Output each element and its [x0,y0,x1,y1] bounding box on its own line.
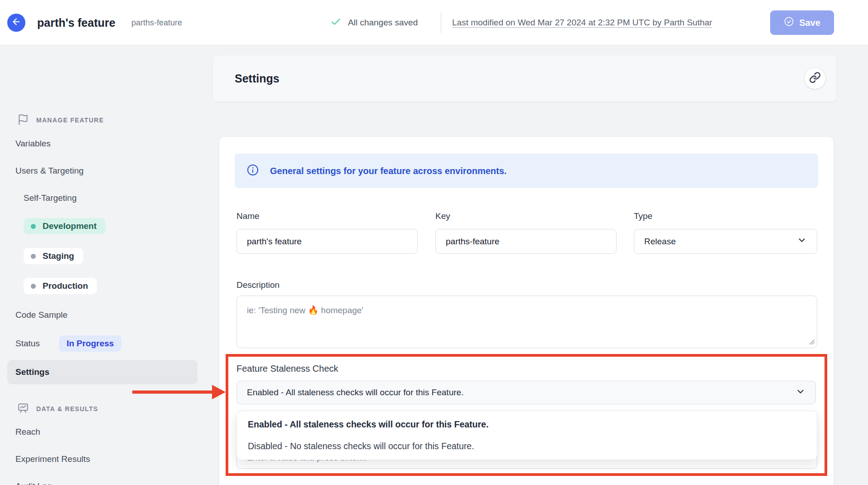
sidebar-env-development[interactable]: Development [24,218,106,234]
env-label: Production [43,281,88,291]
sidebar-status-row: Status In Progress [15,335,121,352]
staleness-select[interactable]: Enabled - All staleness checks will occu… [236,381,816,404]
sidebar-item-users-targeting[interactable]: Users & Targeting [15,165,84,177]
type-select-value: Release [644,237,676,247]
staleness-dropdown-menu: Enabled - All staleness checks will occu… [236,411,817,460]
feature-title: parth's feature [37,0,116,45]
sidebar-item-self-targeting[interactable]: Self-Targeting [24,192,77,204]
save-status-text: All changes saved [348,18,418,28]
type-label: Type [634,211,652,221]
link-icon [809,72,821,85]
info-icon [246,164,259,179]
settings-header-card: Settings [213,55,836,102]
sidebar-item-settings[interactable]: Settings [7,360,198,384]
sidebar-section-label: DATA & RESULTS [36,405,98,412]
settings-form-card: General settings for your feature across… [219,137,834,485]
env-dot-icon [31,224,36,229]
env-dot-icon [31,254,36,259]
chevron-down-icon [797,235,807,247]
sidebar-item-audit-log[interactable]: Audit Log [15,480,52,485]
description-textarea[interactable] [236,296,817,348]
feature-key: parths-feature [131,0,182,45]
last-modified-link[interactable]: Last modified on Wed Mar 27 2024 at 2:32… [452,0,712,45]
staleness-select-value: Enabled - All staleness checks will occu… [247,388,463,398]
sidebar-item-experiment-results[interactable]: Experiment Results [15,453,90,466]
env-dot-icon [31,284,36,289]
share-link-button[interactable] [805,68,825,89]
staleness-label: Feature Staleness Check [236,364,338,374]
sidebar-section-data-results: DATA & RESULTS [17,402,98,416]
chevron-down-icon [796,387,805,399]
sidebar-section-label: MANAGE FEATURE [36,116,104,124]
sidebar-item-reach[interactable]: Reach [15,426,40,438]
sidebar-env-production[interactable]: Production [24,278,97,294]
check-icon [330,16,342,29]
flag-icon [17,114,29,127]
name-label: Name [236,211,260,221]
staleness-option-disabled[interactable]: Disabled - No staleness checks will occu… [237,436,817,456]
status-label: Status [15,339,40,349]
sidebar: MANAGE FEATURE Variables Users & Targeti… [0,45,213,485]
sidebar-env-staging[interactable]: Staging [24,248,83,264]
sidebar-item-label: Settings [15,360,49,384]
info-banner: General settings for your feature across… [235,154,818,188]
name-input[interactable] [236,229,418,254]
back-button[interactable] [7,14,25,32]
type-select[interactable]: Release [634,229,817,254]
sidebar-item-code-sample[interactable]: Code Sample [15,309,68,321]
info-banner-text: General settings for your feature across… [270,166,506,176]
key-input[interactable] [435,229,617,254]
description-label: Description [236,280,280,290]
top-header: parth's feature parths-feature All chang… [0,0,868,45]
save-button-label: Save [799,18,820,28]
arrow-left-icon [11,17,21,29]
status-badge: In Progress [59,335,122,352]
page-title: Settings [235,55,280,102]
header-divider [441,12,441,33]
sidebar-item-variables[interactable]: Variables [15,137,51,150]
env-label: Staging [43,251,74,261]
app: { "header": { "title": "parth's feature"… [0,0,868,485]
staleness-option-enabled[interactable]: Enabled - All staleness checks will occu… [237,415,817,435]
save-button[interactable]: Save [770,10,834,35]
presentation-chart-icon [17,403,29,416]
sidebar-section-manage-feature: MANAGE FEATURE [17,113,104,127]
key-label: Key [435,211,450,221]
env-label: Development [43,221,96,231]
check-circle-icon [784,16,794,29]
save-status: All changes saved [330,0,418,45]
